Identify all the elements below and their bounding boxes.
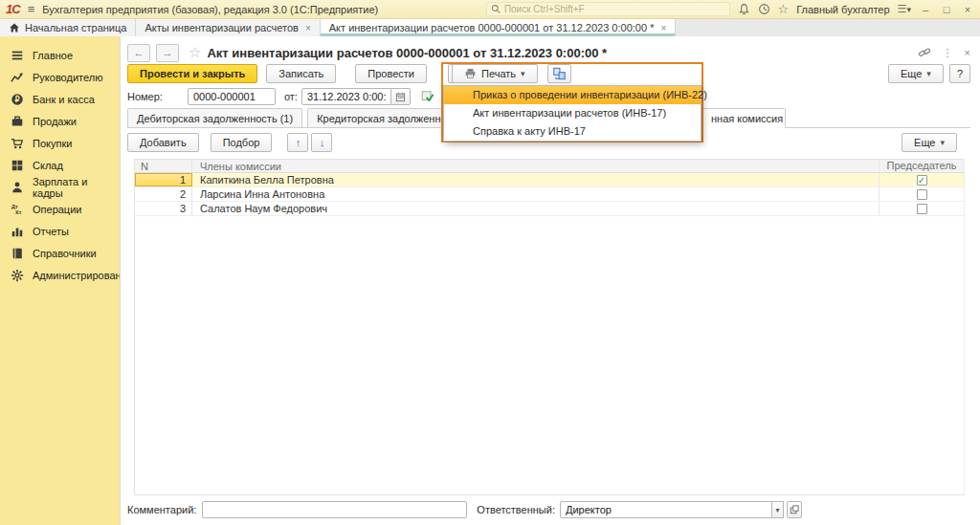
responsible-field[interactable] — [560, 501, 772, 518]
link-icon[interactable] — [918, 46, 931, 59]
main-menu-icon[interactable]: ≡ — [28, 2, 35, 16]
window-title: Бухгалтерия предприятия (базовая), редак… — [42, 4, 378, 15]
column-n: N — [135, 160, 192, 172]
responsible-open-button[interactable] — [787, 501, 802, 518]
ruble-coin-icon: ₽ — [11, 93, 24, 106]
tab-commission[interactable]: нная комиссия — [702, 108, 786, 128]
comment-field[interactable] — [202, 501, 467, 518]
move-down-button[interactable]: ↓ — [311, 133, 332, 152]
tab-acts-list[interactable]: Акты инвентаризации расчетов × — [136, 19, 320, 36]
debit-credit-icon: ДтКт — [11, 203, 24, 216]
member-name-cell[interactable]: Ларсина Инна Антоновна — [192, 187, 880, 201]
search-input[interactable] — [504, 4, 725, 14]
table-more-label: Еще — [914, 137, 935, 148]
member-name-cell[interactable]: Капиткина Белла Петровна — [192, 173, 880, 186]
print-dropdown-menu: Приказ о проведении инвентаризации (ИНВ-… — [443, 85, 702, 142]
favorite-star-icon[interactable]: ☆ — [189, 44, 201, 61]
back-button[interactable]: ← — [127, 44, 150, 62]
sidebar-label: Отчеты — [33, 226, 69, 237]
boxes-grid-icon — [11, 159, 24, 172]
row-number-cell[interactable]: 2 — [135, 187, 192, 201]
chairman-checkbox[interactable]: ✓ — [917, 175, 927, 186]
pick-button[interactable]: Подбор — [211, 133, 273, 152]
related-documents-icon — [552, 67, 567, 80]
post-button[interactable]: Провести — [355, 64, 427, 83]
post-and-close-button[interactable]: Провести и закрыть — [127, 64, 257, 83]
close-tab-icon[interactable]: × — [660, 23, 666, 33]
table-row[interactable]: 2 Ларсина Инна Антоновна — [135, 187, 964, 202]
print-button[interactable]: Печать ▾ — [452, 64, 538, 83]
save-button[interactable]: Записать — [266, 64, 336, 83]
tab-acts-list-label: Акты инвентаризации расчетов — [145, 22, 298, 33]
tab-home[interactable]: Начальная страница — [0, 19, 136, 36]
close-document-icon[interactable]: × — [965, 47, 970, 58]
more-button[interactable]: Еще▾ — [888, 64, 944, 83]
sidebar-item-reports[interactable]: Отчеты — [0, 220, 120, 242]
sidebar-item-references[interactable]: Справочники — [0, 242, 120, 264]
responsible-dropdown-button[interactable]: ▾ — [772, 501, 784, 518]
sidebar-item-purchases[interactable]: Покупки — [0, 132, 120, 154]
sidebar-item-administration[interactable]: Администрирование — [0, 264, 120, 286]
row-number-cell[interactable]: 1 — [135, 173, 192, 186]
book-icon — [11, 247, 24, 260]
history-icon[interactable] — [758, 3, 770, 15]
sidebar-label: Продажи — [33, 116, 77, 127]
favorites-star-icon[interactable]: ☆ — [778, 2, 790, 16]
maximize-button[interactable]: □ — [940, 4, 953, 15]
forward-button[interactable]: → — [156, 44, 179, 62]
column-chairman: Председатель — [880, 160, 964, 172]
service-menu-glyph: ☰ — [898, 3, 907, 15]
chevron-down-icon: ▾ — [940, 138, 945, 147]
menu-item-inv22[interactable]: Приказ о проведении инвентаризации (ИНВ-… — [444, 86, 701, 104]
sidebar-label: Покупки — [33, 138, 72, 149]
posted-status-icon[interactable] — [420, 90, 434, 103]
column-members: Члены комиссии — [192, 160, 880, 172]
home-icon — [9, 22, 20, 33]
member-name-cell[interactable]: Салатов Наум Федорович — [192, 202, 880, 215]
sidebar-item-operations[interactable]: ДтКт Операции — [0, 198, 120, 220]
row-number-cell[interactable]: 3 — [135, 202, 192, 215]
sidebar-item-main[interactable]: Главное — [0, 44, 120, 66]
sidebar-item-bank-cash[interactable]: ₽ Банк и касса — [0, 88, 120, 110]
search-icon — [491, 4, 501, 14]
add-row-button[interactable]: Добавить — [127, 133, 199, 152]
sidebar-label: Операции — [33, 204, 81, 215]
service-menu-icon[interactable]: ☰▾ — [898, 3, 911, 15]
table-row[interactable]: 1 Капиткина Белла Петровна ✓ — [135, 173, 964, 187]
briefcase-icon — [11, 115, 24, 128]
main-sections-icon — [11, 49, 24, 62]
more-actions-icon[interactable]: ⋮ — [943, 47, 953, 59]
sidebar-item-manager[interactable]: Руководителю — [0, 66, 120, 88]
help-button[interactable]: ? — [949, 64, 970, 83]
date-field[interactable] — [301, 88, 391, 105]
chairman-checkbox[interactable] — [917, 189, 927, 200]
related-documents-button[interactable] — [547, 64, 571, 83]
sidebar-item-salary-hr[interactable]: Зарплата и кадры — [0, 176, 120, 198]
close-tab-icon[interactable]: × — [305, 23, 311, 33]
calendar-button[interactable] — [391, 88, 411, 105]
sidebar-item-sales[interactable]: Продажи — [0, 110, 120, 132]
tab-receivables[interactable]: Дебиторская задолженность (1) — [127, 108, 302, 127]
number-field[interactable] — [188, 88, 276, 105]
menu-item-inv17-ref[interactable]: Справка к акту ИНВ-17 — [444, 122, 701, 141]
chairman-checkbox[interactable] — [917, 204, 927, 214]
close-window-button[interactable]: × — [961, 4, 974, 15]
bar-chart-icon — [11, 225, 24, 238]
print-button-label: Печать — [481, 68, 516, 79]
svg-text:Дт: Дт — [11, 204, 18, 209]
sidebar-item-warehouse[interactable]: Склад — [0, 154, 120, 176]
table-row[interactable]: 3 Салатов Наум Федорович — [135, 202, 964, 216]
window-tabstrip: Начальная страница Акты инвентаризации р… — [0, 19, 980, 36]
document-form: ← → ☆ Акт инвентаризации расчетов 0000-0… — [120, 36, 980, 525]
user-role-label[interactable]: Главный бухгалтер — [796, 4, 889, 15]
sidebar: Главное Руководителю ₽ Банк и касса Прод… — [0, 36, 120, 525]
menu-item-inv17[interactable]: Акт инвентаризации расчетов (ИНВ-17) — [444, 104, 701, 122]
tab-act-document[interactable]: Акт инвентаризации расчетов 0000-000001 … — [321, 19, 677, 36]
minimize-button[interactable]: – — [919, 4, 932, 15]
sidebar-label: Руководителю — [33, 72, 102, 83]
table-more-button[interactable]: Еще▾ — [902, 133, 957, 152]
global-search[interactable] — [486, 2, 730, 16]
move-up-button[interactable]: ↑ — [287, 133, 308, 152]
chevron-down-icon: ▾ — [906, 5, 911, 14]
notifications-bell-icon[interactable] — [738, 3, 750, 15]
